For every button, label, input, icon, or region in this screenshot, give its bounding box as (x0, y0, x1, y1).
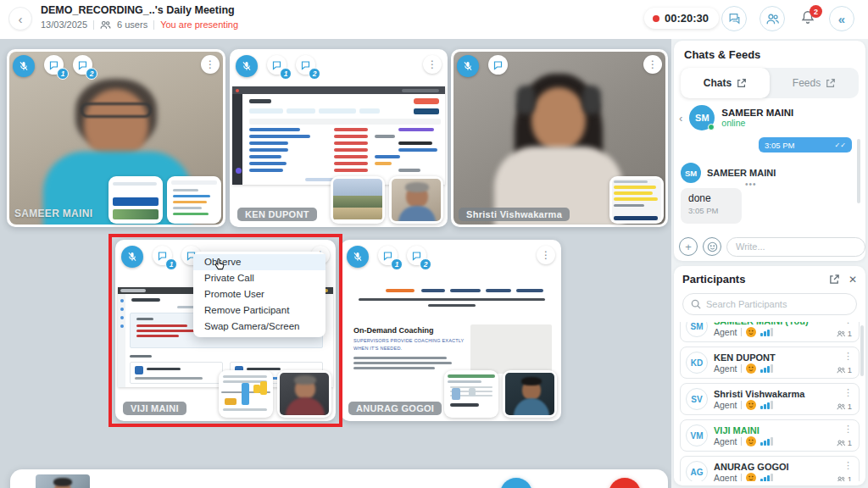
divider (93, 20, 94, 30)
menu-item-private-call[interactable]: Private Call (193, 270, 326, 286)
screen-share-button[interactable] (539, 480, 568, 488)
mood-emoji-icon (746, 363, 756, 374)
shared-screen-thumbnail[interactable] (219, 370, 273, 418)
tile-menu-button[interactable]: ⋮ (537, 246, 555, 264)
chat-bubble-icon[interactable]: 2 (407, 246, 426, 265)
menu-item-observe[interactable]: Observe (193, 254, 326, 270)
mood-emoji-icon (746, 327, 756, 337)
external-link-icon (826, 78, 836, 88)
chat-bubble-icon[interactable]: 1 (153, 246, 172, 265)
chat-bubble-icon[interactable]: 1 (378, 246, 398, 265)
signal-bars-icon (760, 364, 773, 373)
video-stage: 1 2 ⋮ SAMEER MAINI (0, 39, 671, 488)
participant-search[interactable] (682, 293, 857, 315)
webcam-thumbnail[interactable] (277, 370, 331, 418)
chats-feeds-title: Chats & Feeds (684, 48, 760, 61)
camera-button[interactable] (458, 480, 487, 488)
recording-timer: 00:20:30 (644, 8, 719, 29)
participant-menu-icon[interactable]: ⋮ (843, 322, 853, 325)
message-list[interactable]: 3:05 PM ✓✓ SM SAMEER MAINI ••• done 3:05… (679, 136, 860, 230)
leave-call-button[interactable] (609, 478, 641, 488)
viewer-count-icon (837, 330, 845, 337)
chat-bubble-icon[interactable]: 2 (296, 55, 315, 75)
chat-bubble-icon[interactable] (488, 55, 508, 75)
tile-name-label: ANURAG GOGOI (348, 402, 442, 415)
tile-menu-button[interactable]: ⋮ (201, 55, 220, 74)
tile-menu-button[interactable]: ⋮ (423, 55, 442, 74)
shared-screen-thumbnail[interactable] (444, 370, 498, 418)
shared-screen-thumbnail[interactable] (609, 176, 664, 224)
shared-screen-thumbnail[interactable] (331, 176, 385, 224)
participant-menu-icon[interactable]: ⋮ (843, 351, 853, 362)
tile-menu-button[interactable]: ⋮ (643, 55, 662, 74)
popout-icon[interactable] (829, 274, 840, 285)
tile-name-label: Shristi Vishwakarma (459, 208, 570, 221)
participant-list[interactable]: SM SAMEER MAINI (You) Agent ⋮ 1 KD KEN D… (680, 322, 860, 481)
mic-mute-button[interactable] (500, 478, 532, 488)
participants-scrollbar[interactable] (860, 325, 864, 376)
video-tile-anurag[interactable]: On-Demand Coaching SUPERVISORS PROVIDE C… (341, 240, 561, 421)
received-message-bubble: done 3:05 PM (681, 188, 742, 224)
chat-count-badge: 1 (57, 68, 69, 80)
chat-count-badge: 2 (309, 68, 320, 80)
viewer-count-icon (837, 367, 845, 374)
participant-name: ANURAG GOGOI (714, 462, 789, 473)
chat-bubble-icon[interactable]: 2 (73, 55, 92, 75)
tab-label: Chats (704, 77, 732, 89)
emoji-button[interactable] (703, 237, 721, 256)
webcam-thumbnail[interactable] (503, 370, 557, 418)
mood-emoji-icon (746, 400, 756, 410)
collapse-sidebar-button[interactable]: « (829, 6, 854, 31)
participant-menu-icon[interactable]: ⋮ (843, 424, 853, 435)
avatar-initials: SM (695, 113, 709, 123)
shared-screen-thumbnail[interactable] (167, 176, 221, 224)
participant-role: Agent (714, 400, 737, 410)
chat-count-badge: 2 (86, 68, 97, 80)
tab-feeds[interactable]: Feeds (770, 68, 859, 98)
participant-search-input[interactable] (706, 299, 849, 309)
meeting-date: 13/03/2025 (41, 19, 87, 30)
attach-button[interactable]: + (679, 237, 698, 256)
participant-row[interactable]: KD KEN DUPONT Agent ⋮ 1 (680, 347, 860, 379)
chat-back-button[interactable]: ‹ (679, 112, 682, 125)
tile-name-label: SAMEER MAINI (14, 206, 100, 221)
notifications-button[interactable]: 2 (800, 9, 819, 30)
share-subline: WHEN IT'S NEEDED. (353, 346, 402, 351)
chat-scrollbar[interactable] (857, 139, 860, 203)
self-view-video[interactable] (36, 474, 90, 488)
message-time: 3:05 PM (688, 206, 734, 215)
participants-toggle-button[interactable] (760, 6, 785, 31)
message-input[interactable] (726, 237, 865, 257)
chat-bubble-icon[interactable]: 1 (267, 55, 287, 75)
participant-menu-icon[interactable]: ⋮ (843, 387, 853, 398)
viewer-count-icon (837, 440, 845, 446)
participant-row[interactable]: VM VIJI MAINI Agent ⋮ 1 (680, 419, 860, 452)
participant-role: Agent (714, 473, 737, 482)
chat-toggle-button[interactable] (721, 6, 747, 31)
close-icon[interactable]: ✕ (849, 274, 857, 286)
tab-chats[interactable]: Chats (681, 68, 770, 98)
avatar: SV (686, 388, 708, 410)
participants-panel: Participants ✕ SM SAMEER MAINI (You) Age… (674, 266, 865, 485)
participant-row[interactable]: AG ANURAG GOGOI Agent ⋮ 1 (680, 456, 860, 481)
message-options-icon[interactable]: ••• (745, 180, 757, 189)
video-tile-sameer[interactable]: 1 2 ⋮ SAMEER MAINI (7, 49, 225, 227)
menu-item-swap-camera-screen[interactable]: Swap Camera/Screen (193, 319, 326, 335)
video-tile-shristi[interactable]: ⋮ Shristi Vishwakarma (451, 49, 668, 227)
menu-item-remove-participant[interactable]: Remove Participant (193, 302, 326, 319)
webcam-thumbnail[interactable] (389, 176, 443, 224)
video-tile-ken[interactable]: 1 2 ⋮ KEN DUPONT (230, 49, 448, 227)
shared-screen-thumbnail[interactable] (108, 176, 163, 224)
sent-message-bubble: 3:05 PM ✓✓ (759, 137, 852, 152)
more-options-button[interactable]: ⋮ (576, 480, 605, 488)
participant-menu-icon[interactable]: ⋮ (843, 460, 853, 471)
participant-row[interactable]: SM SAMEER MAINI (You) Agent ⋮ 1 (680, 322, 860, 342)
chat-bubble-icon[interactable]: 1 (44, 55, 64, 75)
chat-count-badge: 1 (280, 68, 292, 80)
back-button[interactable]: ‹ (8, 7, 32, 30)
participant-row[interactable]: SV Shristi Vishwakarma Agent ⋮ 1 (680, 383, 860, 415)
peer-status: online (721, 118, 793, 128)
menu-item-promote-user[interactable]: Promote User (193, 286, 326, 302)
mood-emoji-icon (746, 436, 756, 446)
users-icon (100, 20, 111, 30)
